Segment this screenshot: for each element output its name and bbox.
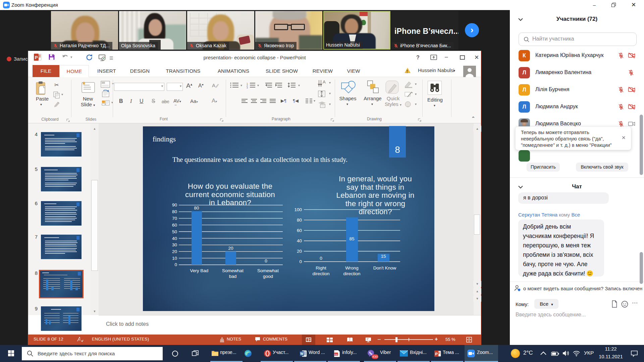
svg-text:20: 20	[172, 249, 177, 254]
svg-text:P: P	[435, 352, 438, 356]
svg-text:50: 50	[172, 229, 177, 234]
svg-text:80: 80	[172, 209, 177, 214]
svg-text:0: 0	[320, 256, 322, 261]
svg-text:PDF: PDF	[334, 353, 338, 355]
svg-text:Wrong: Wrong	[345, 265, 359, 270]
svg-text:80: 80	[194, 205, 199, 210]
svg-text:20: 20	[228, 246, 233, 251]
svg-text:40: 40	[172, 236, 177, 241]
svg-text:W: W	[300, 352, 304, 356]
svg-text:40: 40	[297, 238, 302, 243]
svg-text:90: 90	[172, 202, 177, 207]
svg-text:Right: Right	[316, 265, 326, 270]
svg-text:60: 60	[172, 223, 177, 228]
svg-text:85: 85	[349, 236, 354, 241]
svg-text:100: 100	[294, 207, 302, 212]
svg-text:direction: direction	[312, 271, 329, 276]
svg-text:30: 30	[172, 242, 177, 247]
svg-text:Don't Know: Don't Know	[373, 265, 396, 270]
svg-text:0: 0	[299, 259, 302, 264]
svg-text:good: good	[263, 274, 273, 279]
svg-text:70: 70	[172, 216, 177, 221]
svg-text:Somewhat: Somewhat	[222, 268, 244, 273]
svg-text:bad: bad	[229, 274, 237, 279]
svg-text:Very Bad: Very Bad	[190, 268, 209, 273]
svg-text:direction: direction	[343, 271, 360, 276]
svg-text:0: 0	[174, 262, 177, 267]
svg-text:80: 80	[297, 218, 302, 223]
svg-text:Somewhat: Somewhat	[257, 268, 279, 273]
svg-text:15: 15	[381, 254, 386, 259]
svg-text:20: 20	[297, 249, 302, 254]
svg-text:60: 60	[297, 228, 302, 233]
svg-text:0: 0	[265, 258, 267, 263]
svg-text:10: 10	[172, 256, 177, 261]
